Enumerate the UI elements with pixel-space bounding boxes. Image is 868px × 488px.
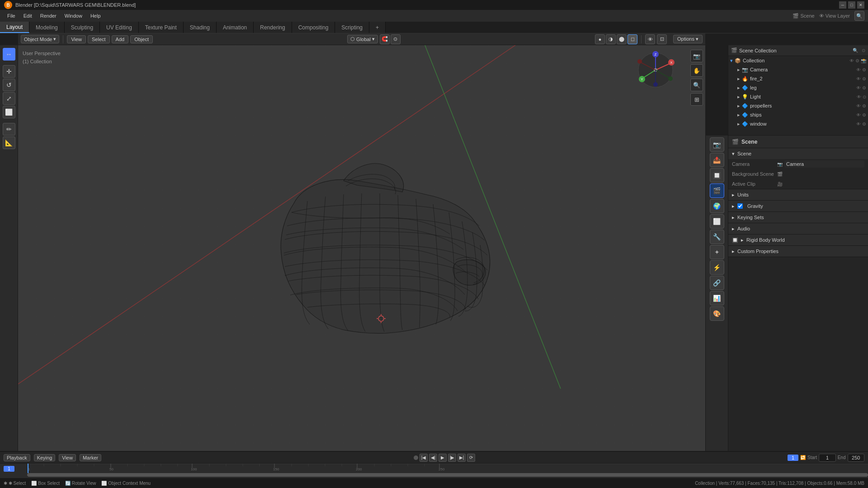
rendered-mode[interactable]: ◻ [627,34,637,44]
step-back-btn[interactable]: ◀| [429,454,437,462]
timeline-playback[interactable]: Playback [4,454,30,461]
outliner-window[interactable]: ▸ 🔷 window 👁 ⚙ [728,119,868,128]
data-tab[interactable]: 📊 [710,291,724,305]
tab-uv-editing[interactable]: UV Editing [100,22,139,33]
add-menu[interactable]: Add [112,35,129,43]
output-tab[interactable]: 📤 [710,153,724,167]
minimize-button[interactable]: ─ [839,1,846,9]
object-menu[interactable]: Object [130,35,153,43]
scene-section-header[interactable]: ▾ Scene [728,148,868,159]
object-tab[interactable]: ⬜ [710,214,724,229]
particles-tab[interactable]: ✦ [710,245,724,259]
gravity-checkbox[interactable] [737,203,743,209]
view-layer-tab[interactable]: 🔲 [710,168,724,183]
material-tab[interactable]: 🎨 [710,306,724,321]
outliner-light[interactable]: ▸ 💡 Light 👁 ⊙ [728,92,868,101]
leg-vis: 👁 ⚙ [856,85,866,90]
menu-edit[interactable]: Edit [20,12,36,19]
overlay-button[interactable]: 👁 [645,34,655,44]
zoom-btn[interactable]: 🔍 [690,79,703,91]
close-button[interactable]: ✕ [857,1,864,9]
annotate-tool[interactable]: ✏ [3,123,15,136]
prop-expand: ▸ [737,103,740,109]
outliner-collection[interactable]: ▾ 📦 Collection 👁 ⚙ 📸 [728,56,868,65]
timeline-scrollbar[interactable] [27,473,868,477]
outliner-toggle-icon[interactable]: ⊙ [862,48,865,53]
end-frame[interactable]: 250 [848,454,865,462]
workspace-tabs: Layout Modeling Sculpting UV Editing Tex… [0,22,868,33]
tab-modeling[interactable]: Modeling [29,22,65,33]
outliner-fire2[interactable]: ▸ 🔥 fire_2 👁 ⚙ [728,74,868,83]
navigation-gizmo[interactable]: Z X Y [635,50,676,90]
select-tool[interactable]: ↔ [3,48,15,61]
jump-start-btn[interactable]: |◀ [420,454,428,462]
tab-shading[interactable]: Shading [184,22,217,33]
outliner-propellers[interactable]: ▸ 🔷 propellers 👁 ⚙ [728,101,868,110]
dropdown-arrow: ▾ [53,36,56,42]
rotate-tool[interactable]: ↺ [3,79,15,91]
timeline-view[interactable]: View [59,454,76,461]
current-frame[interactable]: 1 [788,455,798,461]
select-menu[interactable]: Select [88,35,110,43]
tab-texture-paint[interactable]: Texture Paint [139,22,184,33]
solid-mode[interactable]: ◑ [606,34,616,44]
tab-add[interactable]: + [369,22,386,33]
scene-tab[interactable]: 🎬 [710,183,724,198]
ships-label: ships [750,112,762,117]
world-tab[interactable]: 🌍 [710,199,724,213]
transform-tool[interactable]: ⬜ [3,106,15,118]
menu-file[interactable]: File [4,12,19,19]
proportional-edit[interactable]: ⊙ [391,34,401,44]
audio-header[interactable]: ▸ Audio [728,223,868,234]
start-frame[interactable]: 1 [819,454,836,462]
units-header[interactable]: ▸ Units [728,189,868,200]
render-tab[interactable]: 📷 [710,137,724,152]
camera-view-btn[interactable]: 📷 [690,50,703,62]
outliner-camera[interactable]: ▸ 📷 Camera 👁 ⚙ [728,65,868,74]
3d-viewport[interactable]: .wire { fill: none; stroke: #111; stroke… [18,45,705,461]
options-button[interactable]: Options ▾ [673,35,703,43]
tab-compositing[interactable]: Compositing [292,22,335,33]
custom-props-header[interactable]: ▸ Custom Properties [728,246,868,257]
keying-header[interactable]: ▸ Keying Sets [728,212,868,223]
snap-button[interactable]: 🧲 [380,34,390,44]
audio-label: Audio [737,226,750,231]
menu-render[interactable]: Render [37,12,60,19]
step-fwd-btn[interactable]: |▶ [448,454,456,462]
menu-help[interactable]: Help [87,12,104,19]
select-hint: ✱ ✱ Select [4,481,26,486]
timeline-body[interactable]: 1 1 50 100 150 200 250 [0,464,868,477]
tab-rendering[interactable]: Rendering [254,22,292,33]
object-mode-dropdown[interactable]: Object Mode ▾ [21,35,59,43]
play-btn[interactable]: ▶ [439,454,447,462]
modifier-tab[interactable]: 🔧 [710,230,724,244]
measure-tool[interactable]: 📐 [3,136,15,149]
grid-btn[interactable]: ⊞ [690,93,703,106]
tab-layout[interactable]: Layout [0,22,29,33]
constraints-tab[interactable]: 🔗 [710,276,724,290]
hand-tool-btn[interactable]: ✋ [690,64,703,77]
material-mode[interactable]: ⬤ [617,34,627,44]
view-menu[interactable]: View [67,35,86,43]
rigid-body-header[interactable]: 🔲 ▸ Rigid Body World [728,235,868,245]
scale-tool[interactable]: ⤢ [3,92,15,105]
outliner-leg[interactable]: ▸ 🔷 leg 👁 ⚙ [728,83,868,92]
search-button[interactable]: 🔍 [854,11,864,21]
outliner-filter-icon[interactable]: 🔍 [853,48,858,53]
transform-global-dropdown[interactable]: ⬡ Global ▾ [347,35,378,43]
move-tool[interactable]: ✛ [3,65,15,78]
wireframe-mode[interactable]: ● [595,34,605,44]
menu-window[interactable]: Window [61,12,86,19]
jump-end-btn[interactable]: ▶| [458,454,466,462]
timeline-marker[interactable]: Marker [80,454,101,461]
gravity-header[interactable]: ▸ Gravity [728,201,868,211]
tab-animation[interactable]: Animation [217,22,254,33]
tab-sculpting[interactable]: Sculpting [65,22,100,33]
physics-tab[interactable]: ⚡ [710,260,724,275]
loop-btn[interactable]: ⟳ [467,454,475,462]
tab-scripting[interactable]: Scripting [335,22,369,33]
timeline-keying[interactable]: Keying [34,454,56,461]
xray-button[interactable]: ⊡ [657,34,667,44]
maximize-button[interactable]: □ [848,1,855,9]
outliner-ships[interactable]: ▸ 🔷 ships 👁 ⚙ [728,110,868,119]
